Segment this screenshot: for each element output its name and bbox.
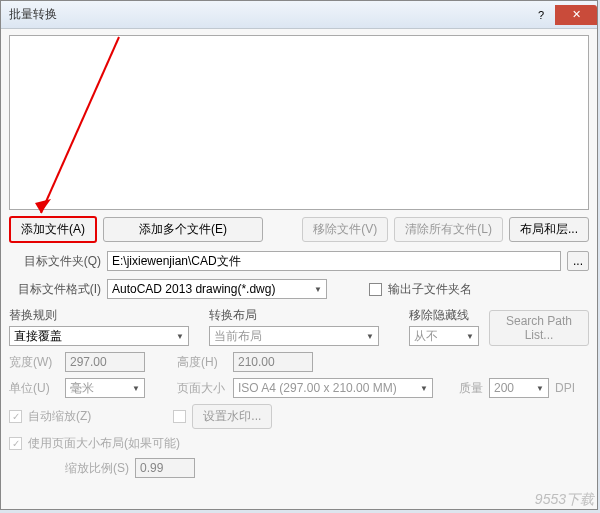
page-size-select: ISO A4 (297.00 x 210.00 MM) bbox=[233, 378, 433, 398]
titlebar: 批量转换 ? ✕ bbox=[1, 1, 597, 29]
target-format-label: 目标文件格式(I) bbox=[9, 281, 101, 298]
quality-label: 质量 bbox=[459, 380, 483, 397]
file-list[interactable] bbox=[9, 35, 589, 210]
target-folder-row: 目标文件夹(Q) ... bbox=[9, 251, 589, 271]
width-label: 宽度(W) bbox=[9, 354, 59, 371]
close-button[interactable]: ✕ bbox=[555, 5, 597, 25]
remove-hidden-label: 移除隐藏线 bbox=[409, 307, 479, 324]
convert-layout-select: 当前布局 bbox=[209, 326, 379, 346]
quality-select: 200 bbox=[489, 378, 549, 398]
add-file-button[interactable]: 添加文件(A) bbox=[9, 216, 97, 243]
use-page-layout-checkbox: ✓ bbox=[9, 437, 22, 450]
target-format-select[interactable]: AutoCAD 2013 drawing(*.dwg) bbox=[107, 279, 327, 299]
scale-ratio-input bbox=[135, 458, 195, 478]
replace-rule-label: 替换规则 bbox=[9, 307, 189, 324]
auto-scale-checkbox: ✓ bbox=[9, 410, 22, 423]
unit-select: 毫米 bbox=[65, 378, 145, 398]
use-page-layout-label: 使用页面大小布局(如果可能) bbox=[28, 435, 180, 452]
convert-layout-label: 转换布局 bbox=[209, 307, 389, 324]
replace-rule-select[interactable]: 直接覆盖 bbox=[9, 326, 189, 346]
scale-ratio-label: 缩放比例(S) bbox=[65, 460, 129, 477]
help-button[interactable]: ? bbox=[527, 5, 555, 25]
target-folder-label: 目标文件夹(Q) bbox=[9, 253, 101, 270]
dimension-grid: 宽度(W) 高度(H) 单位(U) 毫米 页面大小 ISO A4 (297.00… bbox=[9, 352, 589, 478]
content-area: 添加文件(A) 添加多个文件(E) 移除文件(V) 清除所有文件(L) 布局和层… bbox=[1, 29, 597, 486]
auto-scale-label: 自动缩放(Z) bbox=[28, 408, 91, 425]
target-format-row: 目标文件格式(I) AutoCAD 2013 drawing(*.dwg) 输出… bbox=[9, 279, 589, 299]
options-columns: 替换规则 直接覆盖 转换布局 当前布局 移除隐藏线 从不 Search Path… bbox=[9, 307, 589, 346]
search-path-button: Search Path List... bbox=[489, 310, 589, 346]
window-buttons: ? ✕ bbox=[527, 5, 597, 25]
watermark-checkbox bbox=[173, 410, 186, 423]
add-multi-button[interactable]: 添加多个文件(E) bbox=[103, 217, 263, 242]
window-title: 批量转换 bbox=[9, 6, 57, 23]
file-button-row: 添加文件(A) 添加多个文件(E) 移除文件(V) 清除所有文件(L) 布局和层… bbox=[9, 216, 589, 243]
unit-label: 单位(U) bbox=[9, 380, 59, 397]
remove-file-button: 移除文件(V) bbox=[302, 217, 388, 242]
width-input bbox=[65, 352, 145, 372]
target-folder-input[interactable] bbox=[107, 251, 561, 271]
output-subfolder-checkbox[interactable] bbox=[369, 283, 382, 296]
clear-all-button: 清除所有文件(L) bbox=[394, 217, 503, 242]
output-subfolder-label: 输出子文件夹名 bbox=[388, 281, 472, 298]
dpi-label: DPI bbox=[555, 381, 575, 395]
layout-layers-button[interactable]: 布局和层... bbox=[509, 217, 589, 242]
browse-button[interactable]: ... bbox=[567, 251, 589, 271]
remove-hidden-select: 从不 bbox=[409, 326, 479, 346]
page-size-label: 页面大小 bbox=[177, 380, 227, 397]
height-input bbox=[233, 352, 313, 372]
set-watermark-button: 设置水印... bbox=[192, 404, 272, 429]
height-label: 高度(H) bbox=[177, 354, 227, 371]
dialog-window: 批量转换 ? ✕ 添加文件(A) 添加多个文件(E) 移除文件(V) 清除所有文… bbox=[0, 0, 598, 510]
